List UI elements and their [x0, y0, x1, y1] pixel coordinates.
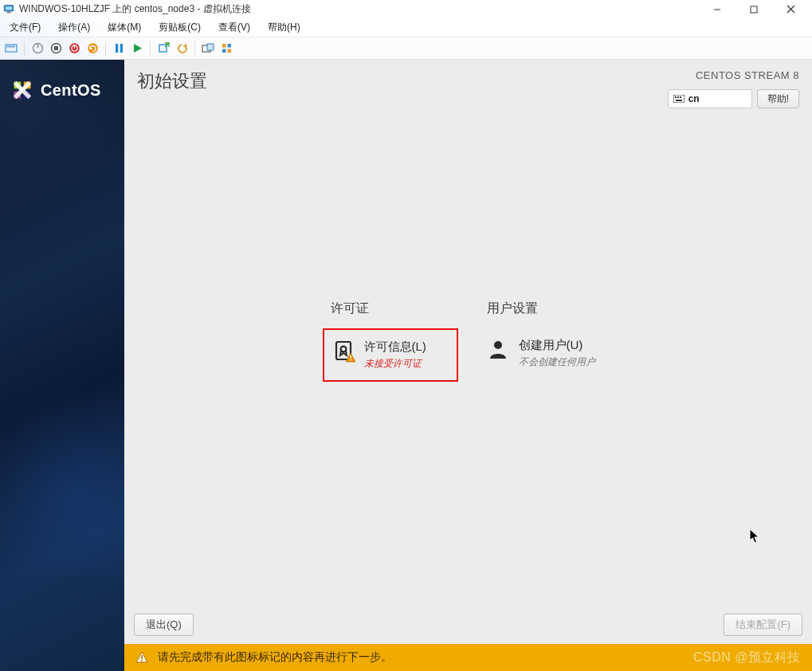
svg-rect-43: [350, 355, 351, 359]
minimize-button[interactable]: [699, 0, 736, 18]
svg-rect-24: [207, 44, 214, 50]
user-icon: [487, 338, 509, 360]
svg-rect-48: [141, 660, 143, 661]
license-card-sub: 未接受许可证: [364, 357, 426, 371]
centos-logo-icon: [11, 79, 33, 101]
create-user-title: 创建用户(U): [519, 338, 595, 352]
enhanced-session-icon[interactable]: [200, 41, 216, 57]
svg-rect-22: [159, 45, 167, 52]
warning-bar: 请先完成带有此图标标记的内容再进行下一步。 CSDN @预立科技: [124, 644, 812, 671]
license-heading: 许可证: [331, 300, 458, 317]
license-card-title: 许可信息(L): [364, 339, 426, 354]
menu-view[interactable]: 查看(V): [215, 19, 253, 36]
checkpoint-icon[interactable]: [155, 41, 171, 57]
maximize-button[interactable]: [736, 0, 772, 18]
brand-text: CentOS: [41, 81, 101, 100]
svg-rect-39: [676, 100, 682, 101]
menu-clipboard[interactable]: 剪贴板(C): [155, 19, 204, 36]
license-card[interactable]: 许可信息(L) 未接受许可证: [323, 328, 458, 382]
close-button[interactable]: [772, 0, 809, 18]
revert-icon[interactable]: [174, 41, 190, 57]
svg-rect-38: [680, 96, 681, 98]
warning-text: 请先完成带有此图标标记的内容再进行下一步。: [158, 650, 392, 665]
help-button[interactable]: 帮助!: [757, 89, 799, 108]
svg-rect-28: [227, 49, 231, 53]
keyboard-icon: [673, 95, 685, 103]
user-section: 用户设置 创建用户(U) 不会创建任何用户: [479, 300, 614, 379]
share-icon[interactable]: [218, 41, 234, 57]
svg-rect-37: [677, 96, 679, 98]
distro-label: CENTOS STREAM 8: [668, 69, 799, 81]
svg-rect-47: [141, 655, 143, 659]
warning-icon: [135, 651, 148, 664]
keyboard-layout-value: cn: [688, 93, 700, 104]
svg-rect-35: [673, 95, 685, 103]
svg-rect-36: [675, 96, 677, 98]
quit-button[interactable]: 退出(Q): [134, 614, 194, 636]
create-user-sub: 不会创建任何用户: [519, 355, 595, 369]
menu-help[interactable]: 帮助(H): [265, 19, 304, 36]
svg-rect-26: [227, 44, 231, 48]
vm-display: CentOS 初始设置 CENTOS STREAM 8 cn 帮助! 许可证: [0, 60, 812, 671]
sidebar: CentOS: [0, 60, 124, 671]
svg-rect-27: [222, 49, 226, 53]
finish-button[interactable]: 结束配置(F): [724, 614, 802, 636]
svg-rect-4: [751, 6, 757, 13]
svg-rect-44: [350, 359, 351, 361]
svg-point-45: [494, 341, 502, 349]
keyboard-layout-selector[interactable]: cn: [668, 89, 752, 108]
svg-rect-25: [222, 44, 226, 48]
main-panel: 初始设置 CENTOS STREAM 8 cn 帮助! 许可证: [124, 60, 812, 671]
svg-rect-1: [6, 6, 12, 10]
license-section: 许可证 许可信息(L) 未接受许可证: [323, 300, 458, 382]
watermark: CSDN @预立科技: [693, 649, 801, 666]
user-heading: 用户设置: [487, 300, 614, 317]
brand: CentOS: [11, 79, 101, 101]
page-title: 初始设置: [137, 69, 207, 93]
create-user-card[interactable]: 创建用户(U) 不会创建任何用户: [479, 328, 614, 379]
license-icon: [332, 339, 355, 362]
